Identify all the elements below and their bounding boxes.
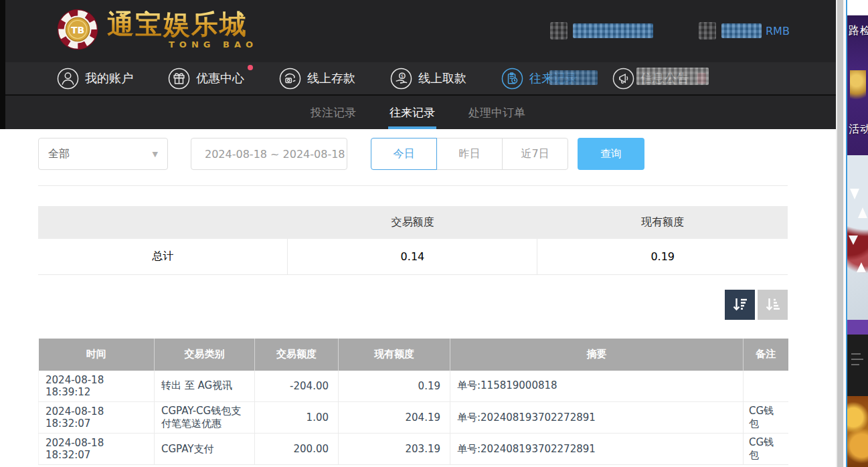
- records-icon: [501, 68, 523, 90]
- cell-time: 2024-08-18 18:32:07: [39, 434, 155, 465]
- col-remark: 备注: [744, 339, 788, 371]
- cell-current-amount: 204.19: [339, 402, 450, 434]
- side-banner-purple-strip: [847, 320, 868, 335]
- search-button[interactable]: 查询: [578, 138, 644, 170]
- col-summary: 摘要: [450, 339, 744, 371]
- summary-header-trade: 交易额度: [288, 206, 537, 239]
- col-trade-amount: 交易额度: [255, 339, 339, 371]
- promo-badge-dot: [248, 65, 253, 70]
- filter-separator: [38, 185, 788, 186]
- summary-header-row: 交易额度 现有额度: [38, 206, 788, 239]
- cell-current-amount: 0.19: [339, 371, 450, 402]
- sort-desc-icon: [731, 296, 749, 313]
- cell-trade-amount: -204.00: [255, 371, 339, 402]
- cell-summary: 单号:202408193702272891: [450, 402, 744, 434]
- cell-summary: 单号:202408193702272891: [450, 434, 744, 465]
- col-time: 时间: [39, 339, 155, 371]
- last7days-button[interactable]: 近7日: [502, 138, 568, 170]
- nav-item-promotions[interactable]: 优惠中心: [168, 68, 244, 90]
- user-avatar-masked: [550, 22, 568, 39]
- sort-controls: [38, 290, 788, 320]
- quick-range-group: 今日 昨日 近7日: [371, 138, 568, 170]
- currency-label: RMB: [766, 25, 790, 37]
- summary-trade-amount: 0.14: [288, 239, 537, 274]
- nav-records-blur-mask: [549, 70, 598, 85]
- side-banner-purple: 路检 活动: [847, 15, 868, 155]
- type-select[interactable]: 全部 ▼: [38, 138, 168, 170]
- table-row: 2024-08-18 18:32:07 CGPAY-CG钱包支付笔笔送优惠 1.…: [39, 402, 788, 434]
- cell-time: 2024-08-18 18:39:12: [39, 371, 155, 402]
- table-row: 2024-08-18 18:32:07 CGPAY支付 200.00 203.1…: [39, 434, 788, 465]
- nav-item-withdraw[interactable]: $ 线上取款: [390, 68, 466, 90]
- withdraw-icon: $: [390, 68, 412, 90]
- nav-announce-blur-mask: [636, 68, 709, 85]
- wallet-icon-masked: [699, 22, 716, 39]
- casino-chip-icon: TB: [57, 9, 98, 50]
- brand-logo[interactable]: TB 通宝娱乐城 TONG BAO: [57, 9, 258, 50]
- cell-trade-amount: 200.00: [255, 434, 339, 465]
- username-masked[interactable]: [573, 23, 653, 38]
- tab-pending-orders[interactable]: 处理中订单: [467, 96, 527, 129]
- left-edge-strip: [0, 0, 5, 129]
- side-banner-label-luxian: 路检: [849, 24, 868, 38]
- col-type: 交易类别: [155, 339, 255, 371]
- date-range-value: 2024-08-18 ~ 2024-08-18: [205, 148, 345, 161]
- cell-remark: [744, 371, 788, 402]
- nav-item-my-account[interactable]: 我的账户: [57, 68, 133, 90]
- col-current-amount: 现有额度: [339, 339, 450, 371]
- cell-current-amount: 203.19: [339, 434, 450, 465]
- records-header-row: 时间 交易类别 交易额度 现有额度 摘要 备注: [39, 339, 788, 371]
- announcement-icon: [612, 68, 634, 90]
- table-row: 2024-08-18 18:39:12 转出 至 AG视讯 -204.00 0.…: [39, 371, 788, 402]
- cell-time: 2024-08-18 18:32:07: [39, 402, 155, 434]
- tab-transaction-records[interactable]: 往来记录: [388, 96, 436, 129]
- background-window-sliver: 路检 活动: [846, 0, 868, 467]
- main-content: 全部 ▼ 2024-08-18 ~ 2024-08-18 今日 昨日 近7日 查…: [0, 129, 836, 465]
- caret-down-icon: ▼: [153, 150, 158, 159]
- nav-item-transaction-records[interactable]: 往来记录: [501, 68, 578, 90]
- nav-item-deposit[interactable]: 线上存款: [279, 68, 355, 90]
- page: TB 通宝娱乐城 TONG BAO RMB 我的账户: [0, 0, 868, 467]
- gift-icon: [168, 68, 190, 90]
- brand-text: 通宝娱乐城 TONG BAO: [107, 11, 258, 49]
- filter-row: 全部 ▼ 2024-08-18 ~ 2024-08-18 今日 昨日 近7日 查…: [38, 138, 788, 170]
- main-navigation: 我的账户 优惠中心 线上存款 $: [0, 62, 836, 94]
- side-banner-shark-image: [847, 155, 868, 320]
- side-banner-dark-block: [847, 335, 868, 396]
- window-scrollbar[interactable]: [836, 0, 845, 467]
- cell-summary: 单号:115819000818: [450, 371, 744, 402]
- summary-header-empty: [38, 206, 288, 239]
- side-banner-gold-decoration: [850, 70, 866, 105]
- svg-text:TB: TB: [71, 25, 84, 35]
- side-banner-label-huodong: 活动: [849, 122, 868, 136]
- cell-type: CGPAY支付: [155, 434, 255, 465]
- cell-remark: CG钱包: [744, 434, 788, 465]
- cell-trade-amount: 1.00: [255, 402, 339, 434]
- summary-total-row: 总计 0.14 0.19: [38, 239, 788, 274]
- deposit-icon: [279, 68, 301, 90]
- brand-name-en: TONG BAO: [169, 40, 258, 49]
- sort-asc-icon: [764, 296, 782, 313]
- brand-name-cn: 通宝娱乐城: [107, 11, 258, 37]
- cell-remark: CG钱包: [744, 402, 788, 434]
- user-info-area: RMB: [550, 22, 790, 39]
- user-icon: [57, 68, 79, 90]
- balance-masked: [721, 23, 762, 38]
- svg-text:$: $: [401, 74, 404, 79]
- summary-total-label: 总计: [38, 239, 288, 274]
- nav-item-announcements[interactable]: 信息公告: [612, 68, 706, 90]
- date-range-input[interactable]: 2024-08-18 ~ 2024-08-18: [191, 138, 347, 170]
- sort-desc-button[interactable]: [725, 290, 755, 320]
- yesterday-button[interactable]: 昨日: [436, 138, 503, 170]
- record-subtabs: 投注记录 往来记录 处理中订单: [0, 94, 836, 129]
- summary-current-amount: 0.19: [537, 239, 788, 274]
- cell-type: 转出 至 AG视讯: [155, 371, 255, 402]
- summary-header-current: 现有额度: [537, 206, 788, 239]
- sort-asc-button[interactable]: [758, 290, 788, 320]
- tab-betting-records[interactable]: 投注记录: [309, 96, 357, 129]
- type-select-value: 全部: [48, 147, 70, 161]
- summary-table: 交易额度 现有额度 总计 0.14 0.19: [38, 206, 788, 275]
- cell-type: CGPAY-CG钱包支付笔笔送优惠: [155, 402, 255, 434]
- side-banner-gold-image: [847, 396, 868, 467]
- today-button[interactable]: 今日: [371, 138, 437, 170]
